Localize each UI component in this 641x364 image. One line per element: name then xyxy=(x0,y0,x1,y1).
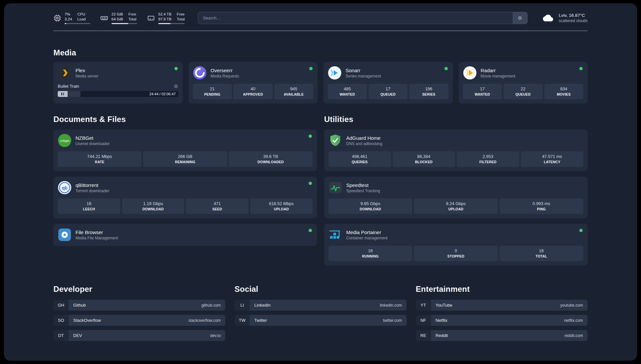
qbittorrent-icon: qb xyxy=(58,181,72,195)
stat-label: AVAILABLE xyxy=(276,92,312,96)
stat-value: 9.65 Gbps xyxy=(330,201,411,206)
service-name: Overseerr xyxy=(211,68,239,73)
svg-text:qb: qb xyxy=(62,185,67,191)
stat-tile: 16RUNNING xyxy=(328,246,412,261)
stat-tile: 498,461QUERIES xyxy=(328,151,391,167)
bookmark-list-entertainment: YTYouTubeyoutube.comNFNetflixnetflix.com… xyxy=(416,300,588,341)
service-card-plex[interactable]: Plex Media server Bullet Train ⚙ 24:44 /… xyxy=(53,62,183,104)
service-name: NZBGet xyxy=(76,135,109,141)
service-card-portainer[interactable]: Media Portainer Container management 16R… xyxy=(324,224,588,265)
service-name: Media Portainer xyxy=(346,229,387,235)
service-subtitle: Torrent downloader xyxy=(76,189,109,193)
bookmark-youtube[interactable]: YTYouTubeyoutube.com xyxy=(416,300,588,311)
stat-value: 618.52 Mbps xyxy=(252,201,312,206)
service-card-radarr[interactable]: Radarr Movie management 17WANTED22QUEUED… xyxy=(459,62,588,104)
stat-value: 86,384 xyxy=(394,154,454,159)
weather-location: Lviv, 16.87°C xyxy=(559,13,588,18)
service-subtitle: DNS and adblocking xyxy=(346,141,382,146)
stat-value: 834 xyxy=(546,86,582,91)
bookmark-stackoverflow[interactable]: SOStackOverflowstackoverflow.com xyxy=(53,315,225,326)
stat-label: APPROVED xyxy=(235,92,271,96)
stat-label: PING xyxy=(501,207,582,211)
stat-value: 16 xyxy=(330,248,411,253)
bookmark-abbr: DT xyxy=(53,330,69,341)
disk-usage-bar xyxy=(158,23,185,24)
stat-label: FILTERED xyxy=(458,160,518,164)
stat-value: 16 xyxy=(59,201,119,206)
bookmark-netflix[interactable]: NFNetflixnetflix.com xyxy=(416,315,588,326)
bookmark-github[interactable]: GHGithubgithub.com xyxy=(53,300,225,311)
stat-tile: 40APPROVED xyxy=(233,84,273,99)
service-name: Speedtest xyxy=(346,182,380,188)
bookmark-abbr: TW xyxy=(234,315,250,326)
memory-usage-bar xyxy=(111,23,137,24)
bookmark-pill: DEVdev.to xyxy=(69,330,225,341)
bookmark-dev[interactable]: DTDEVdev.to xyxy=(53,330,225,341)
service-name: Radarr xyxy=(481,68,515,73)
bookmark-linkedin[interactable]: LILinkedInlinkedin.com xyxy=(234,300,406,311)
search-provider-button[interactable]: G xyxy=(513,12,527,24)
stat-value: 471 xyxy=(187,201,247,206)
service-stats: 9.65 GbpsDOWNLOAD9.24 GbpsUPLOAD0.993 ms… xyxy=(328,198,583,214)
player-progress-bar[interactable]: 24:44 / 02:06:47 xyxy=(58,91,178,97)
bookmark-abbr: NF xyxy=(416,315,431,326)
service-stats: 498,461QUERIES86,384BLOCKED2,953FILTERED… xyxy=(328,151,583,167)
service-name: File Browser xyxy=(76,229,118,235)
disk-total: 97.9 TB xyxy=(158,17,171,21)
service-name: qBittorrent xyxy=(76,182,109,188)
top-bar: 7% 3.24 CPU Load xyxy=(53,12,588,24)
stat-value: 0.993 ms xyxy=(501,201,582,206)
stat-tile: 47.571 msLATENCY xyxy=(521,151,584,167)
weather-widget: Lviv, 16.87°C scattered clouds xyxy=(541,13,588,23)
search-bar: G xyxy=(198,12,527,24)
bookmark-url: stackoverflow.com xyxy=(188,318,221,323)
stat-label: SEED xyxy=(187,207,247,211)
service-stats: 17WANTED22QUEUED834MOVIES xyxy=(463,84,584,99)
cpu-icon xyxy=(53,14,61,22)
stat-tile: 16TOTAL xyxy=(500,246,583,261)
bookmark-name: Netflix xyxy=(436,318,447,323)
service-card-filebrowser[interactable]: File Browser Media File Management xyxy=(53,224,317,246)
gear-icon[interactable]: ⚙ xyxy=(174,84,178,89)
stat-label: DOWNLOADED xyxy=(230,160,311,164)
stat-value: 2,953 xyxy=(458,154,518,159)
service-card-qbittorrent[interactable]: qb qBittorrent Torrent downloader 16LEEC… xyxy=(53,177,317,218)
nzbget-icon: nzbget xyxy=(58,134,72,147)
memory-total-label: Total xyxy=(128,17,136,21)
bookmark-pill: StackOverflowstackoverflow.com xyxy=(69,315,225,326)
pause-button[interactable] xyxy=(58,91,68,97)
bookmark-pill: Twittertwitter.com xyxy=(250,315,406,326)
stat-tile: 2,953FILTERED xyxy=(457,151,519,167)
stat-tile: 17WANTED xyxy=(463,84,502,99)
service-card-adguard[interactable]: AdGuard Home DNS and adblocking 498,461Q… xyxy=(324,130,588,171)
service-card-nzbget[interactable]: nzbget NZBGet Usenet downloader 744.21 M… xyxy=(53,130,317,171)
cpu-load-label: Load xyxy=(77,17,86,21)
stat-value: 17 xyxy=(370,86,407,91)
stat-value: 266 GB xyxy=(144,154,226,159)
stat-label: LEECH xyxy=(59,207,119,211)
stat-value: 196 xyxy=(411,86,447,91)
service-card-speedtest[interactable]: Speedtest Speedtest Tracking 9.65 GbpsDO… xyxy=(324,177,588,218)
stat-tile: 744.21 MbpsRATE xyxy=(58,151,141,167)
service-card-overseerr[interactable]: Overseerr Media Requests 21PENDING40APPR… xyxy=(189,62,318,104)
disk-icon xyxy=(147,14,155,22)
stat-value: 485 xyxy=(329,86,366,91)
bookmark-twitter[interactable]: TWTwittertwitter.com xyxy=(234,315,406,326)
search-input[interactable] xyxy=(198,12,512,24)
bookmark-abbr: LI xyxy=(234,300,250,311)
service-name: Plex xyxy=(76,68,98,73)
service-subtitle: Media File Management xyxy=(76,236,118,240)
topbar-divider xyxy=(53,31,588,31)
stat-value: 21 xyxy=(194,86,231,91)
section-title-utilities: Utilities xyxy=(324,115,588,124)
bookmark-name: LinkedIn xyxy=(254,303,270,308)
stat-label: UPLOAD xyxy=(415,207,496,211)
stat-label: DOWNLOAD xyxy=(123,207,183,211)
stat-label: QUEUED xyxy=(370,92,407,96)
bookmark-abbr: GH xyxy=(53,300,69,311)
service-card-sonarr[interactable]: Sonarr Series management 485WANTED17QUEU… xyxy=(323,62,453,104)
bookmark-pill: Githubgithub.com xyxy=(69,300,225,311)
bookmark-reddit[interactable]: RERedditreddit.com xyxy=(416,330,588,341)
stat-tile: 16LEECH xyxy=(58,198,120,214)
stat-label: SERIES xyxy=(411,92,447,96)
